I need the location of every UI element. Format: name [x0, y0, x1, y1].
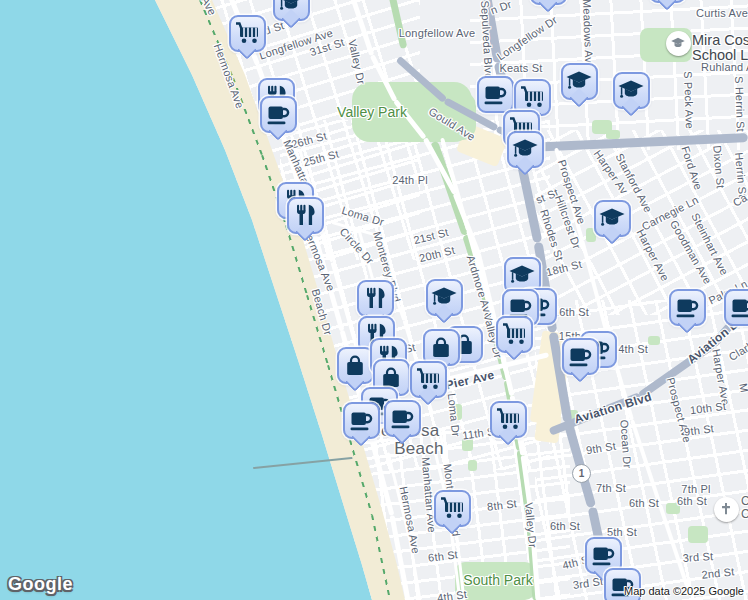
- coffee-marker[interactable]: [343, 402, 380, 439]
- school-marker[interactable]: [594, 200, 631, 237]
- school-marker[interactable]: [426, 279, 463, 316]
- school-marker[interactable]: [507, 131, 544, 168]
- shopping-cart-marker[interactable]: [410, 361, 447, 398]
- school-marker[interactable]: [273, 0, 310, 21]
- coffee-marker[interactable]: [562, 338, 599, 375]
- restaurant-marker[interactable]: [357, 280, 394, 317]
- school-marker[interactable]: [649, 0, 686, 3]
- map-attribution: Map data ©2025 Google: [624, 585, 744, 597]
- school-marker[interactable]: [613, 72, 650, 109]
- school-marker[interactable]: [561, 63, 598, 100]
- google-logo[interactable]: Google: [8, 574, 73, 595]
- marker-tail: [657, 0, 677, 11]
- restaurant-marker[interactable]: [287, 197, 324, 234]
- shopping-cart-marker[interactable]: [229, 15, 266, 52]
- marker-tail: [538, 0, 558, 13]
- shopping-bag-marker[interactable]: [423, 329, 460, 366]
- shopping-cart-marker[interactable]: [490, 401, 527, 438]
- school-marker[interactable]: [530, 0, 567, 5]
- coffee-marker[interactable]: [260, 96, 297, 133]
- coffee-marker[interactable]: [724, 289, 748, 326]
- shopping-cart-marker[interactable]: [434, 490, 471, 527]
- poi-markers: [0, 0, 748, 600]
- map-canvas[interactable]: AveHermosa Aved StLongfellow Ave31st StL…: [0, 0, 748, 600]
- shopping-cart-marker[interactable]: [496, 316, 533, 353]
- coffee-marker[interactable]: [384, 400, 421, 437]
- coffee-marker[interactable]: [477, 76, 514, 113]
- shopping-bag-marker[interactable]: [337, 347, 374, 384]
- coffee-marker[interactable]: [669, 289, 706, 326]
